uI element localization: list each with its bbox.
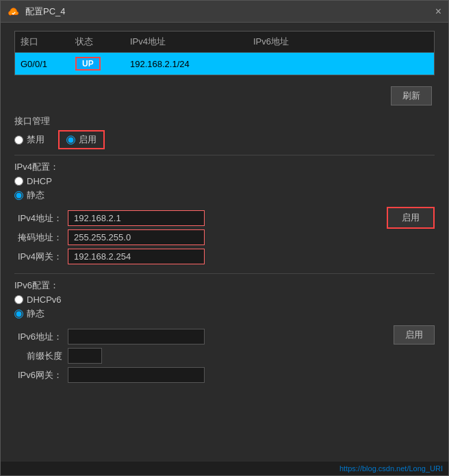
- enable-radio-label[interactable]: 启用: [58, 130, 105, 149]
- close-button[interactable]: ×: [435, 6, 441, 17]
- dhcpv6-radio-label[interactable]: DHCPv6: [14, 295, 62, 305]
- ipv4-fields: IPv4地址： 掩码地址： IPv4网关：: [14, 207, 380, 268]
- ipv6-gateway-row: IPv6网关：: [14, 367, 387, 383]
- col-header-interface: 接口: [21, 36, 75, 48]
- divider-1: [14, 155, 435, 155]
- static-label: 静态: [27, 189, 44, 201]
- prefix-length-input[interactable]: [68, 348, 102, 364]
- interface-management-group: 禁用 启用: [14, 130, 435, 149]
- ipv4-fields-and-apply: IPv4地址： 掩码地址： IPv4网关： 启用: [14, 207, 435, 268]
- cell-ipv4: 192.168.2.1/24: [130, 59, 253, 69]
- subnet-mask-row: 掩码地址：: [14, 229, 380, 245]
- static-radio-label[interactable]: 静态: [14, 189, 44, 201]
- col-header-ipv6: IPv6地址: [253, 36, 428, 48]
- ipv6-fields-and-apply: IPv6地址： 前缀长度 IPv6网关： 启用: [14, 325, 435, 386]
- ipv4-gateway-row: IPv4网关：: [14, 249, 380, 264]
- enable-label: 启用: [79, 134, 97, 146]
- ipv6-config-label: IPv6配置：: [14, 279, 435, 292]
- footer: https://blog.csdn.net/Long_URI: [1, 462, 448, 475]
- ipv4-address-label: IPv4地址：: [14, 212, 62, 225]
- prefix-length-row: 前缀长度: [14, 348, 387, 364]
- ipv4-apply-button[interactable]: 启用: [387, 207, 435, 229]
- dhcp-label: DHCP: [27, 176, 52, 186]
- dhcpv6-radio[interactable]: [14, 295, 23, 304]
- col-header-ipv4: IPv4地址: [130, 36, 253, 48]
- ipv6-gateway-label: IPv6网关：: [14, 369, 62, 381]
- ipv6-static-group: 静态: [14, 308, 435, 320]
- footer-text: https://blog.csdn.net/Long_URI: [339, 464, 443, 473]
- divider-2: [14, 273, 435, 274]
- dhcpv6-label: DHCPv6: [27, 295, 62, 305]
- content-area: 接口 状态 IPv4地址 IPv6地址 G0/0/1 UP 192.168.2.…: [1, 23, 448, 462]
- refresh-button[interactable]: 刷新: [391, 86, 432, 105]
- ipv6-dhcp-group: DHCPv6: [14, 295, 435, 305]
- disable-radio[interactable]: [14, 136, 23, 145]
- ipv6-address-label: IPv6地址：: [14, 331, 62, 343]
- main-window: 配置PC_4 × 接口 状态 IPv4地址 IPv6地址 G0/0/1 UP 1…: [0, 0, 449, 476]
- ipv6-apply-container: 启用: [394, 325, 435, 347]
- ipv4-address-row: IPv4地址：: [14, 210, 380, 226]
- cell-interface: G0/0/1: [21, 59, 75, 69]
- disable-radio-label[interactable]: 禁用: [14, 134, 44, 146]
- ipv6-apply-button[interactable]: 启用: [394, 325, 435, 345]
- ipv6-static-label: 静态: [27, 308, 44, 320]
- table-header: 接口 状态 IPv4地址 IPv6地址: [15, 32, 434, 53]
- cell-status: UP: [75, 57, 130, 71]
- static-radio[interactable]: [14, 191, 23, 200]
- col-header-status: 状态: [75, 36, 130, 48]
- ipv6-address-row: IPv6地址：: [14, 329, 387, 345]
- ipv4-mode-group: DHCP: [14, 176, 435, 186]
- refresh-row: 刷新: [14, 82, 435, 110]
- table-row[interactable]: G0/0/1 UP 192.168.2.1/24: [15, 53, 434, 75]
- disable-label: 禁用: [27, 134, 44, 146]
- ipv6-address-input[interactable]: [68, 329, 205, 345]
- prefix-length-label: 前缀长度: [14, 350, 62, 362]
- ipv4-address-input[interactable]: [68, 210, 205, 226]
- title-bar-left: 配置PC_4: [8, 5, 66, 18]
- subnet-mask-label: 掩码地址：: [14, 231, 62, 244]
- dhcp-radio-label[interactable]: DHCP: [14, 176, 52, 186]
- window-title: 配置PC_4: [25, 5, 66, 18]
- status-badge: UP: [75, 57, 101, 71]
- ipv6-fields: IPv6地址： 前缀长度 IPv6网关：: [14, 325, 387, 386]
- title-bar: 配置PC_4 ×: [1, 1, 448, 23]
- ipv6-gateway-input[interactable]: [68, 367, 205, 383]
- ipv4-gateway-input[interactable]: [68, 249, 205, 264]
- interface-management-label: 接口管理: [14, 115, 435, 127]
- ipv4-apply-container: 启用: [387, 207, 435, 231]
- dhcp-radio[interactable]: [14, 177, 23, 186]
- subnet-mask-input[interactable]: [68, 229, 205, 245]
- ipv4-gateway-label: IPv4网关：: [14, 251, 62, 263]
- ipv6-static-radio[interactable]: [14, 310, 23, 318]
- interface-table: 接口 状态 IPv4地址 IPv6地址 G0/0/1 UP 192.168.2.…: [14, 31, 435, 75]
- cloud-icon: [8, 5, 20, 18]
- ipv4-config-label: IPv4配置：: [14, 161, 435, 173]
- ipv4-static-group: 静态: [14, 189, 435, 201]
- enable-radio[interactable]: [66, 136, 75, 145]
- ipv6-static-radio-label[interactable]: 静态: [14, 308, 44, 320]
